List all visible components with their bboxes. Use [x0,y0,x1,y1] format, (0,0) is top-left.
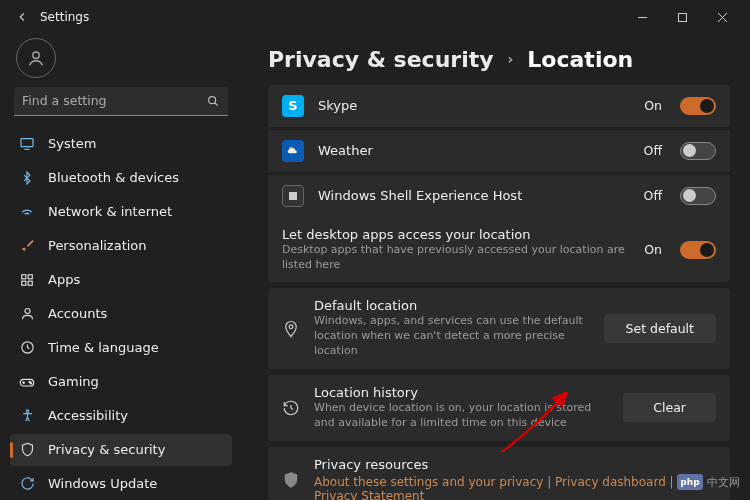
sidebar-item-network[interactable]: Network & internet [10,196,232,228]
row-title: Location history [314,385,609,400]
history-icon [282,399,300,417]
watermark: php 中文网 [677,474,740,490]
weather-icon [282,140,304,162]
display-icon [18,135,36,153]
sidebar-item-accounts[interactable]: Accounts [10,298,232,330]
toggle-switch[interactable] [680,142,716,160]
row-title: Privacy resources [314,457,716,472]
sidebar-item-system[interactable]: System [10,128,232,160]
toggle-switch[interactable] [680,241,716,259]
sidebar-item-bluetooth[interactable]: Bluetooth & devices [10,162,232,194]
location-pin-icon [282,320,300,338]
svg-rect-12 [28,281,32,285]
shield-icon [282,471,300,489]
privacy-resources-row: Privacy resources About these settings a… [268,447,730,500]
sidebar-item-label: Network & internet [48,204,172,219]
php-logo: php [677,474,703,490]
sidebar-item-label: Accounts [48,306,107,321]
grid-icon [18,271,36,289]
privacy-link-statement[interactable]: Privacy Statement [314,489,424,500]
person-icon [18,305,36,323]
app-row-shell: Windows Shell Experience Host Off [268,175,730,217]
sidebar-item-label: Apps [48,272,80,287]
svg-rect-10 [28,275,32,279]
toggle-switch[interactable] [680,97,716,115]
toggle-state-label: On [644,98,662,113]
svg-rect-1 [678,13,686,21]
sidebar-item-label: System [48,136,96,151]
update-icon [18,475,36,493]
sidebar-item-label: Privacy & security [48,442,165,457]
row-subtitle: Windows, apps, and services can use the … [314,314,590,359]
bluetooth-icon [18,169,36,187]
toggle-state-label: On [644,242,662,257]
app-name: Weather [318,143,630,158]
svg-point-5 [209,96,216,103]
svg-rect-22 [289,192,297,200]
sidebar-item-apps[interactable]: Apps [10,264,232,296]
toggle-switch[interactable] [680,187,716,205]
app-name: Windows Shell Experience Host [318,188,630,203]
location-history-row: Location history When device location is… [268,375,730,441]
default-location-row: Default location Windows, apps, and serv… [268,288,730,369]
chevron-right-icon: › [508,51,514,67]
toggle-state-label: Off [644,188,662,203]
set-default-button[interactable]: Set default [604,314,716,343]
minimize-button[interactable] [622,3,662,31]
sidebar-item-label: Windows Update [48,476,157,491]
sidebar-item-label: Personalization [48,238,147,253]
svg-point-23 [289,325,293,329]
breadcrumb-parent[interactable]: Privacy & security [268,47,494,72]
row-title: Default location [314,298,590,313]
desktop-apps-access-row: Let desktop apps access your location De… [268,217,730,283]
window-title: Settings [40,10,89,24]
privacy-link-dashboard[interactable]: Privacy dashboard [555,475,666,489]
row-subtitle: Desktop apps that have previously access… [282,243,630,273]
sidebar: System Bluetooth & devices Network & int… [0,34,240,500]
accessibility-icon [18,407,36,425]
row-title: Let desktop apps access your location [282,227,630,242]
svg-point-4 [33,52,39,58]
wifi-icon [18,203,36,221]
svg-point-13 [25,309,30,314]
toggle-state-label: Off [644,143,662,158]
row-subtitle: When device location is on, your locatio… [314,401,609,431]
clear-button[interactable]: Clear [623,393,716,422]
sidebar-item-privacy[interactable]: Privacy & security [10,434,232,466]
skype-icon: S [282,95,304,117]
user-avatar[interactable] [16,38,56,78]
sidebar-item-personalization[interactable]: Personalization [10,230,232,262]
sidebar-item-accessibility[interactable]: Accessibility [10,400,232,432]
paintbrush-icon [18,237,36,255]
privacy-link-about[interactable]: About these settings and your privacy [314,475,543,489]
sidebar-item-label: Accessibility [48,408,128,423]
maximize-button[interactable] [662,3,702,31]
search-box[interactable] [14,87,228,116]
sidebar-item-label: Time & language [48,340,159,355]
svg-rect-9 [22,275,26,279]
main-content: Privacy & security › Location S Skype On… [240,34,750,500]
search-input[interactable] [22,93,206,108]
app-row-weather: Weather Off [268,130,730,172]
svg-point-19 [30,383,31,384]
app-name: Skype [318,98,630,113]
back-button[interactable] [8,3,36,31]
gamepad-icon [18,373,36,391]
svg-rect-11 [22,281,26,285]
close-button[interactable] [702,3,742,31]
search-icon [206,94,220,108]
app-row-skype: S Skype On [268,85,730,127]
clock-icon [18,339,36,357]
shell-icon [282,185,304,207]
sidebar-item-gaming[interactable]: Gaming [10,366,232,398]
sidebar-item-label: Bluetooth & devices [48,170,179,185]
svg-point-20 [26,410,29,413]
sidebar-item-label: Gaming [48,374,99,389]
svg-rect-7 [21,138,33,146]
sidebar-item-update[interactable]: Windows Update [10,468,232,500]
sidebar-item-time[interactable]: Time & language [10,332,232,364]
breadcrumb: Privacy & security › Location [268,34,730,85]
shield-icon [18,441,36,459]
svg-line-6 [215,102,218,105]
breadcrumb-current: Location [527,47,633,72]
